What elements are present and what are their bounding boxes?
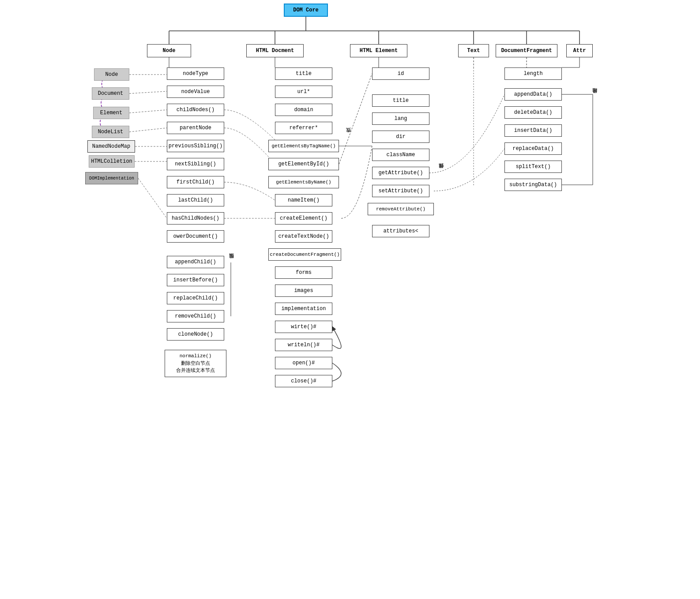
node-item-prevsibling: previousSibling() xyxy=(167,140,224,152)
header-doc-fragment: DocumentFragment xyxy=(496,44,557,57)
elem-item-getattr: getAttribute() xyxy=(372,167,429,179)
doc-item-writeln: writeln()# xyxy=(275,339,332,351)
doc-item-getbytagname: getElementsByTagName() xyxy=(268,140,339,152)
left-node: Node xyxy=(94,68,129,81)
node-item-parentnode: parentNode xyxy=(167,122,224,134)
doc-item-createtextnode: createTextNode() xyxy=(275,230,332,243)
header-attr: Attr xyxy=(566,44,593,57)
doc-item-nameitem: nameItem() xyxy=(275,194,332,206)
node-item-normalize: normalize() 删除空白节点 合并连续文本节点 xyxy=(165,350,226,377)
left-nodelist: NodeList xyxy=(92,126,129,138)
elem-item-title: title xyxy=(372,94,429,107)
doc-item-getbyid: getElementById() xyxy=(268,158,339,170)
header-node-label: Node xyxy=(163,48,176,54)
doc-item-open: open()# xyxy=(275,357,332,369)
diagram-container: DOM Core Node HTML Docment HTML Element … xyxy=(85,0,615,591)
doc-item-createelement: createElement() xyxy=(275,212,332,225)
doc-item-images: images xyxy=(275,285,332,297)
header-html-element: HTML Element xyxy=(350,44,407,57)
svg-line-20 xyxy=(138,178,167,218)
svg-line-17 xyxy=(129,128,167,132)
text-item-appenddata: appendData() xyxy=(504,88,562,101)
elem-item-dir: dir xyxy=(372,131,429,143)
elem-item-classname: className xyxy=(372,149,429,161)
left-named-node-map: NamedNodeMap xyxy=(87,140,135,153)
text-item-deletedata: deleteData() xyxy=(504,106,562,119)
elem-item-lang: lang xyxy=(372,112,429,125)
left-html-collection: HTMLColletion xyxy=(89,155,135,168)
doc-item-implementation: implementation xyxy=(275,303,332,315)
node-item-appendchild: appendChild() xyxy=(167,256,224,268)
doc-item-write: wirte()# xyxy=(275,321,332,333)
node-item-firstchild: firstChild() xyxy=(167,176,224,188)
elem-item-removeattr: removeAttribute() xyxy=(368,203,434,215)
dom-core-box: DOM Core xyxy=(284,4,328,17)
doc-item-referrer: referrer* xyxy=(275,122,332,134)
header-text: Text xyxy=(458,44,489,57)
text-item-replacedata: replaceData() xyxy=(504,142,562,155)
doc-item-forms: forms xyxy=(275,266,332,279)
doc-item-title: title xyxy=(275,67,332,80)
dom-core-label: DOM Core xyxy=(293,7,319,13)
node-item-nodetype: nodeType xyxy=(167,67,224,80)
doc-item-createdocfrag: createDocumentFragment() xyxy=(268,248,341,261)
doc-item-close: close()# xyxy=(275,375,332,387)
header-node: Node xyxy=(147,44,191,57)
doc-item-domain: domain xyxy=(275,104,332,116)
header-attr-label: Attr xyxy=(573,48,586,54)
node-item-clonenode: cloneNode() xyxy=(167,328,224,341)
node-item-replacechild: replaceChild() xyxy=(167,292,224,304)
header-html-element-label: HTML Element xyxy=(360,48,398,54)
node-item-owerdocument: owerDocument() xyxy=(167,230,224,243)
svg-line-15 xyxy=(129,91,167,94)
text-item-splittext: splitText() xyxy=(504,161,562,173)
svg-line-16 xyxy=(129,110,167,113)
doc-item-url: url* xyxy=(275,86,332,98)
left-document: Document xyxy=(92,87,129,100)
text-item-insertdata: insertData() xyxy=(504,124,562,137)
left-dom-implementation: DOMImplementation xyxy=(85,172,138,184)
node-item-nextsibling: nextSibling() xyxy=(167,158,224,170)
elem-item-id: id xyxy=(372,67,429,80)
header-doc-fragment-label: DocumentFragment xyxy=(501,48,552,54)
node-item-lastchild: lastChild() xyxy=(167,194,224,206)
doc-item-getbyname: getElementsByName() xyxy=(268,176,339,188)
node-item-nodevalue: nodeValue xyxy=(167,86,224,98)
node-item-childnodes: childNodes() xyxy=(167,104,224,116)
node-item-haschildnodes: hasChildNodes() xyxy=(167,212,224,225)
text-item-substringdata: substringData() xyxy=(504,179,562,191)
node-item-removechild: removeChild() xyxy=(167,310,224,322)
elem-item-setattr: setAttribute() xyxy=(372,185,429,197)
text-item-length: length xyxy=(504,67,562,80)
left-element: Element xyxy=(93,107,129,119)
svg-line-22 xyxy=(339,74,372,164)
header-html-document-label: HTML Docment xyxy=(256,48,294,54)
header-html-document: HTML Docment xyxy=(246,44,304,57)
node-item-insertbefore: insertBefore() xyxy=(167,274,224,286)
header-text-label: Text xyxy=(467,48,480,54)
elem-item-attributes: attributes< xyxy=(372,225,429,237)
